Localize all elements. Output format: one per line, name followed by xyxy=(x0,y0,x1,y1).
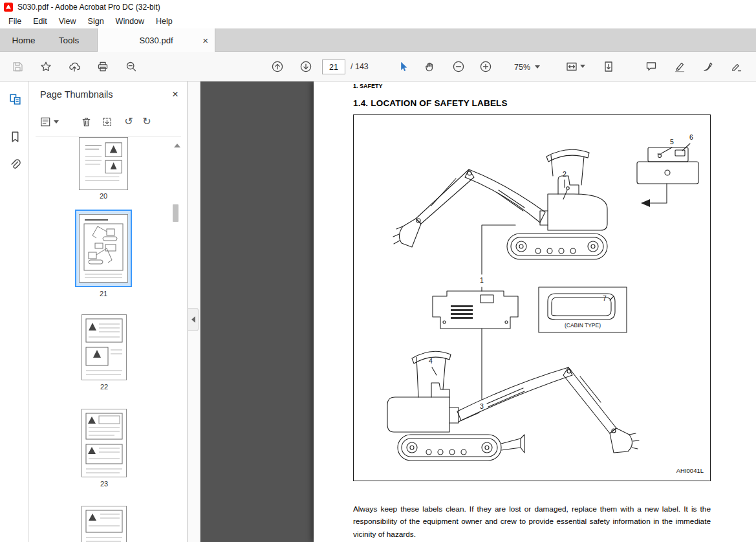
zoom-level-value: 75% xyxy=(514,63,530,72)
fit-width-dropdown[interactable] xyxy=(561,57,589,76)
document-canvas[interactable]: 1. SAFETY 1.4. LOCATION OF SAFETY LABELS xyxy=(200,81,756,542)
document-tab-label: S030.pdf xyxy=(139,36,173,45)
thumbnails-toolbar: ↺ ↻ xyxy=(29,111,188,133)
chevron-left-icon xyxy=(191,316,195,323)
figure-box: 1 2 3 4 5 6 7 (CABIN TYPE) AHI0041L xyxy=(353,114,711,481)
thumbnails-panel-header: Page Thumbnails × xyxy=(29,81,188,107)
thumbnail-page-24[interactable] xyxy=(81,506,127,542)
save-button[interactable] xyxy=(8,57,27,76)
extract-pages-icon[interactable] xyxy=(98,113,116,131)
figure-callout-4: 4 xyxy=(427,357,435,365)
figure-callout-2: 2 xyxy=(561,170,568,178)
tab-tools-label: Tools xyxy=(59,36,80,45)
sign-pen-icon[interactable] xyxy=(698,57,718,76)
figure-callout-6: 6 xyxy=(687,133,695,141)
title-bar: S030.pdf - Adobe Acrobat Pro DC (32-bit) xyxy=(0,0,756,14)
fill-and-sign-icon[interactable] xyxy=(727,57,746,76)
menu-bar: File Edit View Sign Window Help xyxy=(0,14,756,28)
select-tool-button[interactable] xyxy=(393,57,413,76)
panel-splitter[interactable] xyxy=(188,81,200,542)
menu-file[interactable]: File xyxy=(3,16,27,27)
thumbnail-page-21-image xyxy=(79,214,128,283)
page-thumbnails-icon[interactable] xyxy=(5,89,25,109)
tab-tools[interactable]: Tools xyxy=(47,28,91,52)
page-title: 1.4. LOCATION OF SAFETY LABELS xyxy=(353,98,508,108)
excavator-bottom-drawing xyxy=(387,351,639,461)
thumbnails-panel-title: Page Thumbnails xyxy=(40,89,113,100)
collapse-panel-button[interactable] xyxy=(188,308,199,331)
next-page-button[interactable] xyxy=(296,57,316,76)
warning-plate-1 xyxy=(433,291,518,329)
paragraph: Always keep these labels clean. If they … xyxy=(353,503,711,541)
thumbnail-page-23[interactable] xyxy=(81,409,127,477)
safety-labels-diagram xyxy=(354,115,711,482)
favorite-star-button[interactable] xyxy=(36,57,56,76)
close-panel-icon[interactable]: × xyxy=(172,89,178,100)
rotate-clockwise-icon[interactable]: ↻ xyxy=(138,113,156,131)
thumbnail-page-number: 23 xyxy=(81,480,127,488)
chevron-down-icon xyxy=(54,120,59,124)
tab-bar: Home Tools S030.pdf × xyxy=(0,28,756,52)
attachments-icon[interactable] xyxy=(5,155,25,175)
thumbnail-options-menu[interactable] xyxy=(37,113,61,131)
thumbnail-page-22[interactable] xyxy=(81,314,127,380)
bookmarks-icon[interactable] xyxy=(5,127,25,146)
tab-home[interactable]: Home xyxy=(0,28,47,52)
window-title: S030.pdf - Adobe Acrobat Pro DC (32-bit) xyxy=(17,3,160,12)
figure-callout-3: 3 xyxy=(478,402,486,410)
panel-divider xyxy=(36,136,181,136)
tab-home-label: Home xyxy=(12,36,35,45)
excavator-top-drawing xyxy=(393,149,607,259)
comment-icon[interactable] xyxy=(642,57,661,76)
thumbnails-panel: Page Thumbnails × ↺ ↻ xyxy=(29,81,188,542)
main-toolbar: / 143 75% xyxy=(0,52,756,81)
share-upload-icon[interactable] xyxy=(65,57,84,76)
print-button[interactable] xyxy=(93,57,113,76)
menu-view[interactable]: View xyxy=(53,16,82,27)
figure-callout-1: 1 xyxy=(478,276,486,284)
menu-help[interactable]: Help xyxy=(150,16,178,27)
page-display-button[interactable] xyxy=(599,57,618,76)
menu-window[interactable]: Window xyxy=(110,16,150,27)
acrobat-logo-icon xyxy=(4,3,13,12)
close-tab-icon[interactable]: × xyxy=(202,36,208,45)
marquee-zoom-icon[interactable] xyxy=(122,57,141,76)
highlighter-icon[interactable] xyxy=(670,57,689,76)
menu-edit[interactable]: Edit xyxy=(27,16,53,27)
tab-document[interactable]: S030.pdf × xyxy=(97,28,215,52)
thumbnail-page-20[interactable] xyxy=(79,137,128,190)
thumbnail-page-number: 20 xyxy=(79,192,128,200)
pdf-page: 1. SAFETY 1.4. LOCATION OF SAFETY LABELS xyxy=(314,81,756,542)
page-count-label: / 143 xyxy=(351,62,369,71)
page-number-input[interactable] xyxy=(322,60,345,74)
scrollbar-up-icon[interactable] xyxy=(174,144,180,147)
label-plate-5-6 xyxy=(637,144,698,184)
zoom-level-dropdown[interactable]: 75% xyxy=(506,58,548,76)
cabin-type-label: (CABIN TYPE) xyxy=(545,322,620,329)
figure-code: AHI0041L xyxy=(676,467,704,474)
rotate-counterclockwise-icon[interactable]: ↺ xyxy=(120,113,138,131)
navigation-rail xyxy=(0,81,29,542)
chevron-down-icon xyxy=(535,65,540,69)
section-header: 1. SAFETY xyxy=(353,83,383,89)
content-area: Page Thumbnails × ↺ ↻ xyxy=(0,81,756,542)
body-text: Always keep these labels clean. If they … xyxy=(353,503,711,542)
figure-callout-5: 5 xyxy=(668,138,676,146)
zoom-out-button[interactable] xyxy=(449,57,468,76)
thumbnail-page-number: 22 xyxy=(81,383,127,391)
panel-scrollbar-thumb[interactable] xyxy=(173,204,178,222)
previous-page-button[interactable] xyxy=(268,57,287,76)
figure-callout-7: 7 xyxy=(601,294,609,302)
thumbnail-page-number: 21 xyxy=(75,290,132,298)
thumbnail-page-21[interactable] xyxy=(75,210,132,287)
zoom-in-button[interactable] xyxy=(476,57,495,76)
menu-sign[interactable]: Sign xyxy=(82,16,110,27)
acrobat-window: S030.pdf - Adobe Acrobat Pro DC (32-bit)… xyxy=(0,0,756,542)
hand-tool-button[interactable] xyxy=(420,57,440,76)
delete-pages-icon[interactable] xyxy=(77,113,95,131)
chevron-down-icon xyxy=(580,65,585,68)
